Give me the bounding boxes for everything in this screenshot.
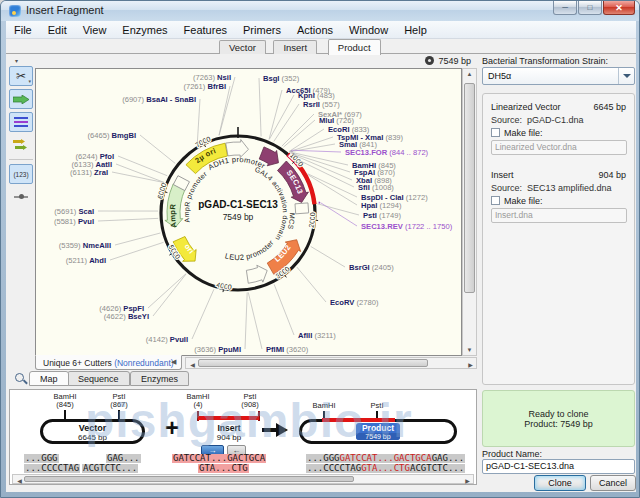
enzyme-label: (4622) BseYI [104, 312, 149, 321]
menu-item-help[interactable]: Help [396, 21, 435, 39]
scissors-icon: ✂ [16, 69, 26, 83]
tab-scroll-left-icon[interactable]: ◀ [171, 358, 176, 366]
product-seq-top: ...GGGGATCCAT...GACTGCAGAG... [306, 454, 465, 463]
maximize-button[interactable]: □ [578, 1, 602, 15]
enzymes-tool-button[interactable]: ✂ ▾ [9, 66, 33, 86]
strain-label: Bacterial Transformation Strain: [482, 56, 608, 66]
enzyme-leader-line [192, 289, 214, 339]
enzyme-label: (7263) NsiI [193, 73, 231, 82]
menu-item-primers[interactable]: Primers [235, 21, 289, 39]
enzyme-label: (5359) NmeAIII [59, 241, 111, 250]
menu-item-file[interactable]: File [6, 21, 40, 39]
orfs-tool-button[interactable] [9, 135, 33, 155]
menu-item-view[interactable]: View [75, 21, 115, 39]
ready-status-box: Ready to clone Product: 7549 bp [482, 390, 635, 447]
insert-section-header: Insert 904 bp [491, 170, 626, 180]
enzyme-leader-line [292, 150, 341, 152]
insert-make-file-checkbox[interactable] [491, 196, 500, 205]
cancel-button[interactable]: Cancel [590, 475, 636, 491]
fragments-group-box: Linearized Vector 6645 bp Source: pGAD-C… [482, 93, 635, 385]
map-mode-tab-sequence[interactable]: Sequence [67, 371, 130, 386]
feature-leu2-promoter [246, 265, 267, 283]
toolbar-collapse-icon[interactable]: ▾ [15, 57, 18, 64]
enzyme-label: BsgI (352) [263, 74, 300, 83]
scroll-right-icon[interactable]: ▶ [464, 361, 477, 368]
menu-item-features[interactable]: Features [176, 21, 235, 39]
enzyme-leader-line [148, 274, 186, 308]
overview-scrollbar[interactable]: ◀ ▶ [12, 474, 474, 484]
enzyme-set-tab[interactable]: Unique 6+ Cutters (Nonredundant) [35, 355, 182, 370]
insert-site-bamhi: BamHI(4) [187, 393, 210, 409]
title-bar[interactable]: Insert Fragment ─ □ ✕ [1, 1, 640, 21]
enzyme-leader-line [153, 274, 186, 316]
clone-button[interactable]: Clone [534, 475, 586, 491]
vector-make-file-checkbox[interactable] [491, 128, 500, 137]
menu-item-window[interactable]: Window [341, 21, 396, 39]
enzyme-leader-line [317, 204, 359, 215]
vector-label: Vector [43, 423, 142, 433]
enzyme-leader-line [112, 172, 164, 183]
primers-tool-button[interactable] [9, 112, 33, 132]
numbers-tool-button[interactable]: (123) [9, 164, 33, 184]
features-tool-button[interactable] [9, 89, 33, 109]
close-icon[interactable]: ✕ [603, 1, 635, 15]
enzyme-label: (5211) AhdI [66, 256, 106, 265]
enzyme-leader-line [116, 164, 164, 182]
map-mode-tab-map[interactable]: Map [29, 371, 69, 386]
scroll-up-icon[interactable]: ▲ [463, 71, 476, 77]
strain-dropdown[interactable]: DH5α [482, 67, 635, 85]
feature-label: LEU2 promoter [224, 238, 276, 262]
numbers-icon: (123) [13, 171, 28, 178]
app-icon [9, 5, 21, 17]
enzyme-leader-line [282, 114, 314, 146]
ready-status-line1: Ready to clone [528, 409, 588, 419]
insert-file-input[interactable]: Insert.dna [491, 208, 627, 223]
enzyme-label: (6465) BmgBI [87, 131, 136, 140]
menu-item-edit[interactable]: Edit [40, 21, 75, 39]
tick-label: 4000 [216, 281, 232, 291]
tab-product[interactable]: Product [328, 39, 381, 55]
insert-seq-bottom: GTA...CTG [198, 464, 249, 473]
scrollbar-thumb[interactable] [198, 359, 428, 367]
enzyme-label: PflMI (3620) [266, 345, 309, 354]
vector-section-header: Linearized Vector 6645 bp [491, 102, 626, 112]
tab-insert[interactable]: Insert [273, 40, 317, 54]
feature-label: AmpR promoter [183, 170, 209, 223]
scrollbar-thumb[interactable] [24, 476, 354, 482]
detail-slider-button[interactable] [9, 187, 33, 207]
minimize-button[interactable]: ─ [553, 1, 577, 15]
product-label: Product [356, 423, 400, 433]
menu-item-actions[interactable]: Actions [289, 21, 341, 39]
search-icon[interactable] [15, 373, 24, 382]
ready-status-line2: Product: 7549 bp [524, 419, 593, 429]
tab-vector[interactable]: Vector [219, 40, 266, 54]
insert-source: Source: SEC13 amplified.dna [491, 183, 626, 193]
plasmid-name: pGAD-C1-SEC13 [198, 199, 278, 210]
map-vertical-scrollbar[interactable]: ▲ ▼ [462, 68, 477, 356]
enzyme-label: (5691) ScaI [54, 207, 94, 216]
enzyme-label: (6131) ZraI [70, 168, 108, 177]
product-site-bamhi: BamHI [313, 402, 336, 410]
vector-size: 6645 bp [43, 433, 142, 442]
vector-file-input[interactable]: Linearized Vector.dna [491, 140, 627, 155]
product-name-input[interactable]: pGAD-C1-SEC13.dna [482, 459, 635, 474]
enzyme-leader-line [283, 120, 315, 147]
gear-icon[interactable] [425, 56, 434, 65]
map-horizontal-scrollbar[interactable]: ◀ ▶ [185, 357, 477, 369]
primer-label: SEC13.REV (1722 .. 1750) [361, 222, 453, 231]
product-name-label: Product Name: [482, 449, 542, 459]
vector-source: Source: pGAD-C1.dna [491, 115, 626, 125]
enzyme-leader-line [289, 129, 324, 151]
insert-make-file-label: Make file: [504, 196, 626, 206]
menu-item-enzymes[interactable]: Enzymes [114, 21, 175, 39]
map-mode-tab-enzymes[interactable]: Enzymes [130, 371, 189, 386]
plasmid-map-canvas[interactable]: 1000200030004000500060007000(7263) NsiI(… [35, 68, 462, 356]
insert-bar [198, 416, 259, 420]
scroll-right-icon[interactable]: ▶ [461, 477, 474, 484]
scroll-down-icon[interactable]: ▼ [463, 347, 476, 353]
enzyme-label: EcoRV (2780) [330, 298, 379, 307]
enzyme-label: HpaI (1294) [361, 201, 402, 210]
tick-label: 7000 [194, 135, 212, 148]
enzyme-set-link[interactable]: (Nonredundant) [114, 358, 174, 368]
scrollbar-thumb[interactable] [464, 83, 475, 293]
